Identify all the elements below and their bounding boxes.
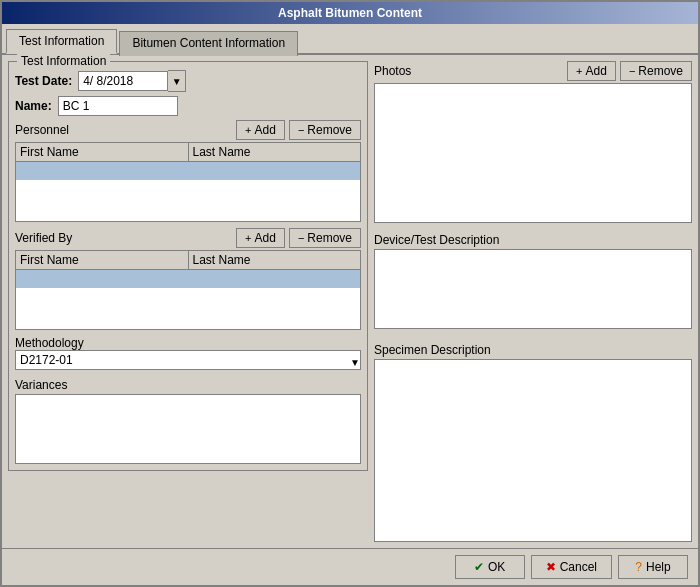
specimen-input[interactable]: [374, 359, 692, 542]
personnel-table: First Name Last Name: [15, 142, 361, 222]
title-bar: Asphalt Bitumen Content: [2, 2, 698, 24]
personnel-col-first: First Name: [16, 143, 189, 161]
verified-add-button[interactable]: + Add: [236, 228, 285, 248]
test-date-label: Test Date:: [15, 74, 72, 88]
window-title: Asphalt Bitumen Content: [278, 6, 422, 20]
test-info-group: Test Information Test Date: ▼ Name:: [8, 61, 368, 471]
photos-remove-button[interactable]: − Remove: [620, 61, 692, 81]
methodology-select[interactable]: D2172-01 D2172-02 Other: [15, 350, 361, 370]
photos-add-button[interactable]: + Add: [567, 61, 616, 81]
tab-content: Test Information Test Date: ▼ Name:: [2, 55, 698, 548]
verified-remove-button[interactable]: − Remove: [289, 228, 361, 248]
verified-by-label: Verified By: [15, 231, 72, 245]
methodology-section: Methodology D2172-01 D2172-02 Other ▼: [15, 336, 361, 374]
main-window: Asphalt Bitumen Content Test Information…: [0, 0, 700, 587]
cancel-label: Cancel: [560, 560, 597, 574]
verified-col-last: Last Name: [189, 251, 361, 269]
photos-btn-row: + Add − Remove: [565, 61, 692, 81]
photos-area: [374, 83, 692, 223]
minus-icon: −: [298, 124, 304, 136]
help-label: Help: [646, 560, 671, 574]
tab-bar: Test Information Bitumen Content Informa…: [2, 24, 698, 55]
methodology-label: Methodology: [15, 336, 84, 350]
variances-section: Variances: [15, 378, 361, 464]
personnel-btn-row: + Add − Remove: [234, 120, 361, 140]
tab-test-information[interactable]: Test Information: [6, 29, 117, 54]
ok-icon: ✔: [474, 560, 484, 574]
photos-header: Photos + Add − Remove: [374, 61, 692, 81]
name-input[interactable]: [58, 96, 178, 116]
cancel-button[interactable]: ✖ Cancel: [531, 555, 612, 579]
verified-col-first: First Name: [16, 251, 189, 269]
test-date-input[interactable]: [78, 71, 168, 91]
variances-input[interactable]: [15, 394, 361, 464]
plus-icon: +: [245, 124, 251, 136]
help-button[interactable]: ? Help: [618, 555, 688, 579]
minus-icon2: −: [298, 232, 304, 244]
photos-section: Photos + Add − Remove: [374, 61, 692, 223]
date-dropdown-arrow[interactable]: ▼: [168, 70, 186, 92]
methodology-wrapper: D2172-01 D2172-02 Other ▼: [15, 350, 361, 374]
plus-icon3: +: [576, 65, 582, 77]
verified-table-header: First Name Last Name: [16, 251, 360, 270]
main-area: Test Information Test Date: ▼ Name:: [8, 61, 692, 542]
variances-label: Variances: [15, 378, 361, 392]
verified-by-header: Verified By + Add − Remove: [15, 228, 361, 248]
device-section: Device/Test Description: [374, 233, 692, 329]
minus-icon3: −: [629, 65, 635, 77]
left-panel: Test Information Test Date: ▼ Name:: [8, 61, 368, 542]
right-panel: Photos + Add − Remove: [374, 61, 692, 542]
verified-by-table: First Name Last Name: [15, 250, 361, 330]
device-input[interactable]: [374, 249, 692, 329]
footer: ✔ OK ✖ Cancel ? Help: [2, 548, 698, 585]
personnel-header: Personnel + Add − Remove: [15, 120, 361, 140]
ok-label: OK: [488, 560, 505, 574]
photos-label: Photos: [374, 64, 411, 78]
ok-button[interactable]: ✔ OK: [455, 555, 525, 579]
specimen-section: Specimen Description: [374, 339, 692, 542]
personnel-add-button[interactable]: + Add: [236, 120, 285, 140]
personnel-remove-button[interactable]: − Remove: [289, 120, 361, 140]
test-info-group-label: Test Information: [17, 54, 110, 68]
name-row: Name:: [15, 96, 361, 116]
tab-bitumen-content-information[interactable]: Bitumen Content Information: [119, 31, 298, 56]
verified-btn-row: + Add − Remove: [234, 228, 361, 248]
cancel-icon: ✖: [546, 560, 556, 574]
device-label: Device/Test Description: [374, 233, 499, 247]
help-icon: ?: [635, 560, 642, 574]
test-date-row: Test Date: ▼: [15, 70, 361, 92]
name-label: Name:: [15, 99, 52, 113]
personnel-table-header: First Name Last Name: [16, 143, 360, 162]
personnel-row-selected[interactable]: [16, 162, 360, 180]
personnel-label: Personnel: [15, 123, 69, 137]
verified-row-selected[interactable]: [16, 270, 360, 288]
personnel-col-last: Last Name: [189, 143, 361, 161]
specimen-label: Specimen Description: [374, 343, 692, 357]
plus-icon2: +: [245, 232, 251, 244]
